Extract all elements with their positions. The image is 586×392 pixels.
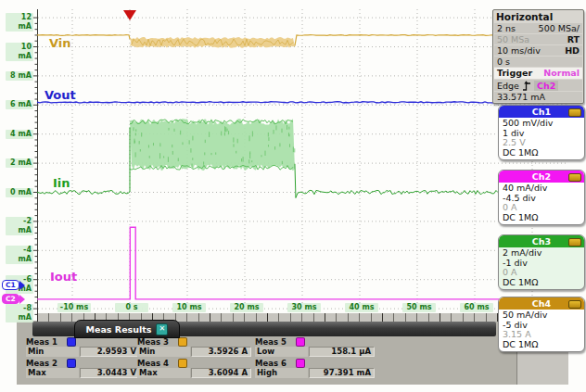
trace-iout bbox=[37, 227, 567, 299]
meas-value: 158.1 µA bbox=[309, 347, 375, 357]
y-axis-label: 6 mA bbox=[6, 100, 33, 109]
horizontal-row: 0 s bbox=[494, 57, 582, 67]
meas-source-icon bbox=[178, 337, 187, 347]
horizontal-row-right: RT bbox=[567, 34, 580, 44]
channel-settings: 40 mA/div-4.5 div0 ADC 1MΩ bbox=[499, 183, 584, 224]
y-axis-label: -4 mA bbox=[6, 246, 33, 264]
meas-header: Meas 4 bbox=[137, 359, 187, 368]
tab-meas-results[interactable]: Meas Results ✕ bbox=[74, 320, 180, 338]
horizontal-row: 50 MSaRT bbox=[494, 34, 582, 44]
y-axis-label: 4 mA bbox=[6, 130, 33, 139]
horizontal-row-right: HD bbox=[565, 45, 580, 56]
channel-setting-line: 0 A bbox=[503, 203, 580, 213]
ch2-offset-marker[interactable]: C2 bbox=[2, 294, 25, 304]
marker-tag: C2 bbox=[2, 294, 19, 304]
trace-vin bbox=[37, 35, 567, 48]
horizontal-panel[interactable]: Horizontal 2 ns500 MSa/50 MSaRT10 ms/div… bbox=[492, 9, 584, 104]
y-axis-label: 2 mA bbox=[6, 158, 33, 168]
marker-arrow bbox=[19, 281, 25, 290]
channel-header-ch2[interactable]: Ch2 bbox=[499, 171, 584, 183]
channel-header-ch4[interactable]: Ch4 bbox=[499, 297, 584, 310]
meas-row: Max3.6094 A bbox=[137, 368, 251, 378]
meas-stat-label: Low bbox=[255, 347, 308, 357]
trigger-position-marker[interactable] bbox=[123, 10, 136, 20]
probe-icon bbox=[568, 238, 581, 247]
close-icon[interactable]: ✕ bbox=[156, 323, 168, 335]
y-axis-label: 10 mA bbox=[6, 43, 33, 61]
channel-setting-line: 40 mA/div bbox=[503, 183, 580, 194]
horizontal-row-left: 0 s bbox=[497, 57, 510, 67]
channel-setting-line: 0 A bbox=[503, 268, 580, 278]
meas-stat-label: Min bbox=[137, 347, 190, 357]
meas-row: Min2.9593 V bbox=[26, 347, 140, 357]
marker-arrow bbox=[19, 295, 25, 304]
channel-setting-line: 3.15 A bbox=[503, 330, 580, 340]
channel-panel-ch1[interactable]: Ch1500 mV/div1 div2.5 VDC 1MΩ bbox=[498, 105, 585, 160]
trace-label-iout: Iout bbox=[50, 270, 77, 284]
channel-setting-line: DC 1MΩ bbox=[503, 148, 580, 158]
channel-setting-line: DC 1MΩ bbox=[503, 213, 580, 223]
horizontal-row-left: 10 ms/div bbox=[497, 45, 541, 56]
meas-header: Meas 2 bbox=[26, 359, 76, 368]
channel-header-ch3[interactable]: Ch3 bbox=[499, 235, 584, 247]
channel-settings: 50 mA/div-5 div3.15 ADC 1MΩ bbox=[499, 310, 584, 351]
horizontal-row-left: 2 ns bbox=[497, 23, 516, 33]
horizontal-row-right: 500 MSa/ bbox=[539, 23, 580, 33]
meas-header: Meas 3 bbox=[137, 337, 187, 347]
trace-label-vin: Vin bbox=[49, 36, 71, 50]
y-axis-label: -2 mA bbox=[6, 217, 33, 235]
trace-label-vout: Vout bbox=[45, 88, 76, 102]
meas-source-icon bbox=[67, 359, 76, 368]
marker-tag: C1 bbox=[2, 280, 19, 290]
meas-source-icon bbox=[296, 359, 305, 368]
channel-setting-line: 500 mV/div bbox=[503, 119, 580, 129]
meas-value: 3.5926 A bbox=[191, 347, 251, 357]
meas-stat-label: Max bbox=[137, 368, 190, 378]
meas-header-label: Meas 1 bbox=[26, 337, 57, 347]
channel-setting-line: DC 1MΩ bbox=[503, 278, 580, 288]
ch1-offset-marker[interactable]: C1 bbox=[2, 280, 25, 290]
trace-iin bbox=[37, 119, 567, 198]
meas-header-label: Meas 5 bbox=[255, 337, 287, 347]
channel-panel-ch3[interactable]: Ch32 mA/div-1 div0 ADC 1MΩ bbox=[498, 234, 585, 290]
meas-value: 3.6094 A bbox=[191, 368, 251, 378]
channel-setting-line: 50 mA/div bbox=[503, 310, 580, 321]
channel-panel-ch2[interactable]: Ch240 mA/div-4.5 div0 ADC 1MΩ bbox=[498, 170, 585, 225]
channel-setting-line: 2 mA/div bbox=[503, 248, 580, 259]
trigger-header: Trigger Normal bbox=[494, 68, 582, 79]
meas-header: Meas 6 bbox=[255, 359, 305, 368]
y-axis-label: 8 mA bbox=[6, 71, 33, 81]
y-axis-label: 0 mA bbox=[6, 188, 33, 197]
channel-setting-line: DC 1MΩ bbox=[503, 340, 580, 350]
meas-stat-label: Max bbox=[26, 368, 79, 378]
probe-icon bbox=[568, 173, 581, 182]
probe-icon bbox=[568, 300, 581, 309]
oscilloscope-screen: 12 mA10 mA8 mA6 mA4 mA2 mA0 mA-2 mA-4 mA… bbox=[0, 0, 586, 392]
channel-panel-ch4[interactable]: Ch450 mA/div-5 div3.15 ADC 1MΩ bbox=[498, 297, 585, 352]
y-axis-label: -8 mA bbox=[6, 304, 33, 322]
meas-row: Min3.5926 A bbox=[137, 347, 251, 357]
trigger-title: Trigger bbox=[497, 68, 532, 79]
horizontal-row: 10 ms/divHD bbox=[494, 45, 582, 56]
trigger-edge-row: Edge Ch2 bbox=[494, 80, 582, 91]
meas-source-icon bbox=[296, 337, 305, 347]
meas-value: 2.9593 V bbox=[80, 347, 140, 357]
trigger-type: Edge bbox=[497, 81, 519, 91]
channel-settings: 500 mV/div1 div2.5 VDC 1MΩ bbox=[499, 118, 584, 159]
meas-header-label: Meas 3 bbox=[137, 337, 169, 347]
meas-row: High97.391 mA bbox=[255, 368, 375, 378]
meas-header-label: Meas 6 bbox=[255, 359, 287, 368]
meas-header-label: Meas 2 bbox=[26, 359, 57, 368]
trace-vout bbox=[37, 102, 567, 104]
trace-label-iin: Iin bbox=[53, 176, 70, 190]
channel-setting-line: 2.5 V bbox=[503, 138, 580, 148]
tab-meas-results-label: Meas Results bbox=[86, 324, 152, 335]
meas-header: Meas 1 bbox=[26, 337, 76, 347]
meas-row: Low158.1 µA bbox=[255, 347, 375, 357]
channel-header-ch1[interactable]: Ch1 bbox=[499, 106, 584, 118]
rising-edge-icon bbox=[522, 81, 531, 91]
horizontal-rows: 2 ns500 MSa/50 MSaRT10 ms/divHD0 s bbox=[493, 23, 583, 67]
meas-source-icon bbox=[178, 359, 187, 368]
trigger-mode: Normal bbox=[543, 68, 580, 79]
meas-header: Meas 5 bbox=[255, 337, 305, 347]
